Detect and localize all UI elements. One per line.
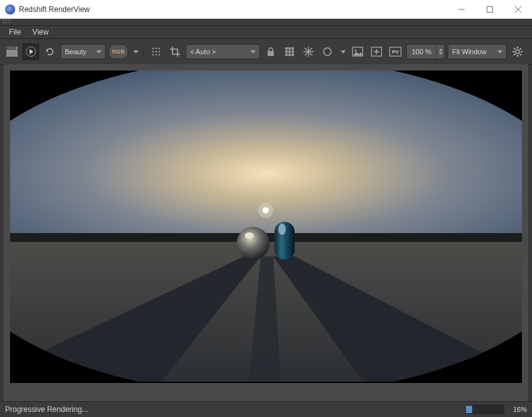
pv-label: PV <box>392 49 399 55</box>
dotgrid-icon[interactable] <box>148 43 164 60</box>
aov-dropdown-label: Beauty <box>65 48 86 55</box>
highlight-icon[interactable] <box>300 43 317 60</box>
svg-point-56 <box>278 224 286 235</box>
svg-rect-17 <box>288 47 291 50</box>
play-button[interactable] <box>23 43 39 60</box>
rgb-channel-label: RGB <box>112 49 125 55</box>
svg-rect-19 <box>285 50 288 53</box>
svg-point-9 <box>152 51 154 53</box>
circle-options-dropdown[interactable] <box>338 43 347 60</box>
svg-rect-20 <box>288 50 291 53</box>
svg-rect-23 <box>288 54 291 56</box>
rendered-scene <box>10 71 522 382</box>
window-close-button[interactable] <box>504 0 532 19</box>
progress-indicator: 16% <box>465 405 527 414</box>
svg-point-14 <box>159 54 161 56</box>
progress-percent: 16% <box>509 406 527 413</box>
fit-mode-label: Fit Window <box>452 48 486 55</box>
chevron-down-icon <box>497 50 502 54</box>
zoom-value: 100 % <box>407 48 436 55</box>
chevron-down-icon <box>251 50 256 54</box>
svg-point-7 <box>156 48 157 50</box>
region-preset-dropdown[interactable]: < Auto > <box>186 44 260 59</box>
svg-point-13 <box>156 54 157 56</box>
svg-point-31 <box>354 49 356 51</box>
progress-bar-fill <box>466 406 472 413</box>
svg-point-10 <box>156 51 157 53</box>
svg-rect-21 <box>291 50 294 53</box>
chevron-down-icon <box>133 50 139 54</box>
svg-rect-22 <box>285 54 288 56</box>
toolbar-separator <box>144 45 144 59</box>
status-text: Progressive Rendering... <box>5 405 88 414</box>
add-image-icon[interactable] <box>368 43 385 60</box>
arrow-down-icon[interactable] <box>439 52 443 55</box>
svg-marker-4 <box>30 49 33 54</box>
svg-point-12 <box>152 54 154 56</box>
window-titlebar: Redshift RenderView <box>0 0 532 19</box>
svg-point-34 <box>516 50 519 54</box>
window-maximize-button[interactable] <box>475 0 504 19</box>
render-viewport[interactable] <box>10 71 522 383</box>
svg-point-53 <box>237 227 269 260</box>
zoom-spinner[interactable]: 100 % <box>406 44 445 59</box>
app-icon <box>5 4 15 14</box>
svg-point-54 <box>245 232 254 239</box>
aov-dropdown[interactable]: Beauty <box>60 44 106 59</box>
clapperboard-icon[interactable] <box>4 43 20 60</box>
svg-rect-0 <box>487 6 492 12</box>
arrow-up-icon[interactable] <box>439 49 443 51</box>
menu-file[interactable]: File <box>4 26 26 38</box>
window-minimize-button[interactable] <box>447 0 475 19</box>
svg-line-40 <box>520 54 521 55</box>
svg-line-41 <box>520 48 521 49</box>
chevron-down-icon <box>341 50 346 54</box>
dock-handle[interactable] <box>0 19 532 26</box>
svg-line-39 <box>514 48 516 49</box>
svg-rect-1 <box>6 50 18 57</box>
svg-point-47 <box>258 203 273 218</box>
menu-view[interactable]: View <box>27 26 54 38</box>
fit-mode-dropdown[interactable]: Fit Window <box>448 44 507 59</box>
svg-point-6 <box>152 48 154 50</box>
svg-point-29 <box>324 48 331 55</box>
window-title: Redshift RenderView <box>19 5 90 14</box>
svg-rect-18 <box>291 47 294 50</box>
svg-point-11 <box>159 51 161 53</box>
svg-point-8 <box>159 48 161 50</box>
toolbar: Beauty RGB < Auto > PV <box>0 39 532 65</box>
channel-options-dropdown[interactable] <box>131 43 140 60</box>
crop-icon[interactable] <box>167 43 183 60</box>
svg-line-42 <box>514 54 516 55</box>
statusbar: Progressive Rendering... 16% <box>0 401 532 417</box>
viewport-panel <box>4 64 528 402</box>
circle-icon[interactable] <box>319 43 336 60</box>
refresh-icon[interactable] <box>42 43 58 60</box>
gear-icon[interactable] <box>509 43 526 60</box>
progress-bar <box>465 405 504 414</box>
svg-rect-15 <box>268 51 274 56</box>
svg-rect-24 <box>291 54 294 56</box>
menubar: File View <box>0 26 532 39</box>
pv-icon[interactable]: PV <box>387 43 404 60</box>
grid-icon[interactable] <box>281 43 298 60</box>
region-preset-label: < Auto > <box>190 48 216 55</box>
svg-rect-16 <box>285 47 288 50</box>
rgb-channel-pill[interactable]: RGB <box>108 44 128 59</box>
chevron-down-icon <box>96 50 101 54</box>
image-icon[interactable] <box>349 43 366 60</box>
lock-icon[interactable] <box>263 43 279 60</box>
